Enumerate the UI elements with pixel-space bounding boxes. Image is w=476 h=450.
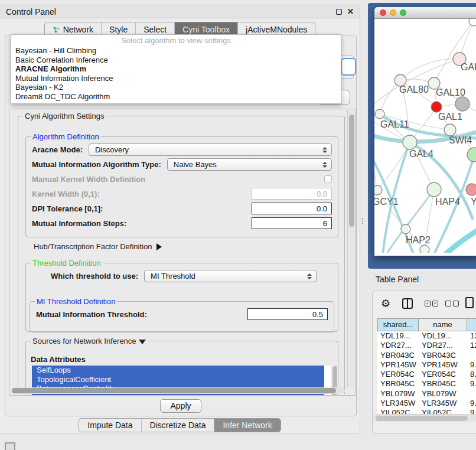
- table-cell: YDL19...: [377, 331, 419, 341]
- table-toolbar: ⚙ ✓✓: [373, 296, 476, 315]
- horizontal-scrollbar[interactable]: [11, 387, 345, 394]
- deselect-all-icon[interactable]: [445, 301, 459, 306]
- close-icon[interactable]: ✕: [347, 9, 354, 15]
- spinner-arrows-icon: [322, 147, 327, 153]
- sources-group-title[interactable]: Sources for Network Inference: [31, 337, 148, 345]
- aracne-mode-value: Discovery: [95, 145, 129, 154]
- control-panel-title: Control Panel: [6, 7, 56, 17]
- bottom-tab-discretize-data[interactable]: Discretize Data: [141, 419, 214, 432]
- mi-steps-field[interactable]: 6: [252, 217, 332, 229]
- gear-icon[interactable]: ⚙: [381, 297, 390, 310]
- network-node-gal4[interactable]: [403, 135, 417, 149]
- network-node[interactable]: [467, 148, 476, 162]
- table-cell: [467, 389, 476, 399]
- table-row[interactable]: YBL079WYBL079W: [377, 389, 476, 399]
- table-row[interactable]: YPR145WYPR145W9.: [377, 360, 476, 370]
- bottom-tab-impute-data[interactable]: Impute Data: [79, 419, 141, 432]
- network-node-hap4[interactable]: [427, 182, 441, 197]
- network-view-frame: GALGAL80GAL10GAL1GAL11SWI4GAL4GCY1HAP4YH…: [368, 3, 476, 269]
- table-cell: 13: [467, 331, 476, 341]
- tab-label: Style: [109, 25, 128, 34]
- table-cell: YER054C: [377, 370, 419, 379]
- table-row[interactable]: YDR27...YDR27...12: [377, 341, 476, 350]
- network-node-gal11[interactable]: [375, 109, 384, 119]
- minimized-panel-button[interactable]: [5, 442, 15, 450]
- table-row[interactable]: YIL052CYIL052C9: [377, 408, 476, 414]
- network-node[interactable]: [469, 19, 476, 26]
- network-node-y[interactable]: [466, 184, 476, 195]
- close-traffic-light[interactable]: [380, 9, 386, 16]
- network-node[interactable]: [420, 245, 429, 253]
- table-panel-body: ⚙ ✓✓ shared...nameA YDL19...YDL19...13YD…: [372, 291, 476, 434]
- table-cell: 8.: [467, 370, 476, 379]
- export-table-icon[interactable]: [465, 297, 474, 308]
- algorithm-option[interactable]: Bayesian - K2: [11, 83, 341, 92]
- table-row[interactable]: YBR043CYBR043C: [377, 351, 476, 360]
- network-node-gal1[interactable]: [431, 102, 442, 112]
- settings-scrollpane: Cyni Algorithm Settings Algorithm Defini…: [9, 109, 356, 396]
- dpi-tolerance-field[interactable]: 0.0: [252, 203, 332, 214]
- table-cell: YBR043C: [419, 351, 467, 360]
- network-node-hap2[interactable]: [401, 224, 410, 234]
- table-cell: YIL052C: [419, 408, 467, 414]
- column-header[interactable]: shared...: [377, 318, 419, 331]
- table-horizontal-scrollbar[interactable]: [374, 414, 476, 422]
- spinner-arrows-icon: [322, 162, 327, 168]
- column-manager-icon[interactable]: [402, 298, 413, 309]
- algorithm-option[interactable]: Mutual Information Inference: [11, 74, 341, 83]
- algorithm-option[interactable]: Dream8 DC_TDC Algorithm: [11, 92, 341, 102]
- column-header[interactable]: A: [467, 318, 476, 331]
- apply-button[interactable]: Apply: [160, 399, 201, 413]
- mi-type-combo[interactable]: Naive Bayes: [167, 158, 332, 171]
- table-row[interactable]: YBR045CYBR045C9.: [377, 379, 476, 389]
- table-row[interactable]: YLR345WYLR345W9.: [377, 399, 476, 408]
- vertical-scrollbar[interactable]: [347, 110, 355, 387]
- network-edge[interactable]: [377, 142, 410, 190]
- spinner-arrows-icon: [307, 273, 312, 279]
- network-node-gcy1[interactable]: [374, 185, 382, 195]
- network-edge[interactable]: [434, 21, 474, 83]
- float-panel-icon[interactable]: [336, 9, 342, 15]
- select-all-icon[interactable]: ✓✓: [425, 301, 438, 306]
- cyni-algorithm-settings-title: Cyni Algorithm Settings: [23, 112, 106, 120]
- table-cell: YDR27...: [419, 341, 467, 350]
- network-edge[interactable]: [446, 229, 476, 253]
- manual-kernel-label: Manual Kernel Width Definition: [32, 175, 145, 184]
- which-threshold-label: Which threshold to use:: [51, 272, 138, 281]
- algorithm-option[interactable]: Basic Correlation Inference: [11, 56, 341, 65]
- control-panel-titlebar: Control Panel ✕: [0, 5, 360, 18]
- which-threshold-combo[interactable]: MI Threshold: [144, 270, 317, 282]
- focused-button-fragment[interactable]: [341, 58, 356, 76]
- column-header[interactable]: name: [419, 318, 467, 331]
- table-cell: YER054C: [419, 370, 467, 379]
- mi-threshold-field[interactable]: 0.5: [247, 308, 328, 320]
- table-cell: YIL052C: [377, 408, 419, 414]
- manual-kernel-checkbox[interactable]: [324, 175, 332, 183]
- algorithm-definition-title: Algorithm Definition: [31, 132, 101, 141]
- network-node-swi4[interactable]: [444, 124, 456, 136]
- data-attribute-item[interactable]: TopologicalCoefficient: [32, 375, 324, 384]
- table-cell: YLR345W: [377, 399, 419, 408]
- minimize-traffic-light[interactable]: [390, 9, 396, 16]
- expand-arrow-icon: [157, 243, 162, 250]
- table-cell: YLR345W: [419, 399, 467, 408]
- table-cell: YDR27...: [377, 341, 419, 350]
- network-node[interactable]: [455, 97, 470, 111]
- panel-splitter-grip[interactable]: [362, 219, 366, 224]
- application-window: Control Panel ✕ NetworkStyleSelectCyni T…: [0, 0, 476, 450]
- hub-definition-expander[interactable]: Hub/Transcription Factor Definition: [34, 242, 162, 251]
- bottom-tab-infer-network[interactable]: Infer Network: [214, 419, 280, 432]
- table-row[interactable]: YER054CYER054C8.: [377, 370, 476, 379]
- network-canvas[interactable]: GALGAL80GAL10GAL1GAL11SWI4GAL4GCY1HAP4YH…: [374, 19, 476, 253]
- which-threshold-value: MI Threshold: [151, 272, 195, 281]
- data-attributes-label: Data Attributes: [31, 355, 86, 364]
- zoom-traffic-light[interactable]: [400, 9, 406, 16]
- algorithm-option[interactable]: Bayesian - Hill Climbing: [11, 46, 341, 56]
- algorithm-option[interactable]: ARACNE Algorithm: [11, 64, 341, 74]
- data-attribute-item[interactable]: SelfLoops: [32, 366, 324, 375]
- table-cell: YBR043C: [377, 351, 419, 360]
- table-row[interactable]: YDL19...YDL19...13: [377, 331, 476, 341]
- network-window[interactable]: GALGAL80GAL10GAL1GAL11SWI4GAL4GCY1HAP4YH…: [374, 7, 476, 256]
- network-node-label: GAL: [461, 62, 476, 72]
- aracne-mode-combo[interactable]: Discovery: [89, 144, 332, 156]
